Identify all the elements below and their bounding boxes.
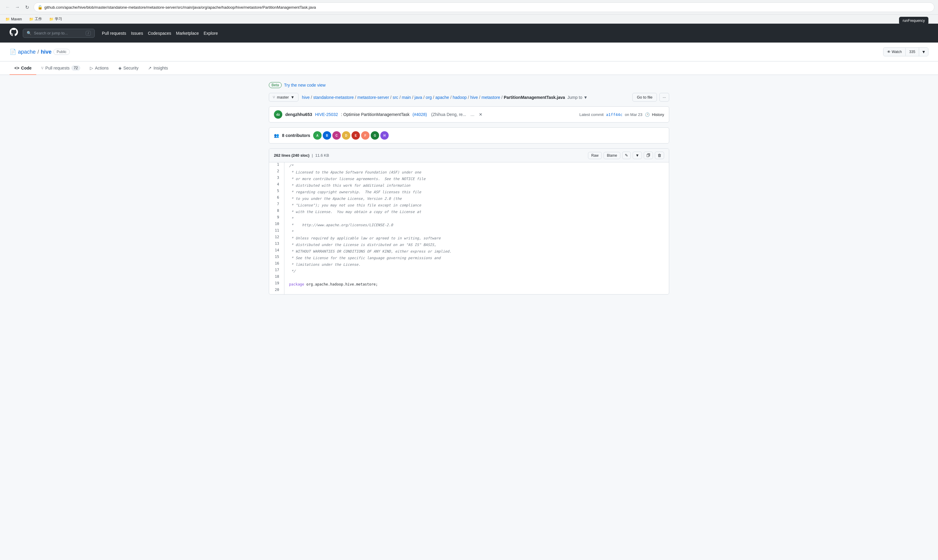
contributor-avatar-5[interactable]: E: [352, 131, 360, 140]
path-link-apache[interactable]: apache: [435, 95, 449, 100]
line-code: * with the License. You may obtain a cop…: [284, 209, 669, 215]
file-actions: Raw Blame ✎ ▼ 🗍 🗑: [588, 152, 664, 159]
commit-ellipsis[interactable]: …: [471, 112, 475, 117]
contributors-count[interactable]: 8 contributors: [282, 133, 310, 138]
search-box[interactable]: 🔍 Search or jump to... /: [23, 29, 95, 38]
line-number[interactable]: 9: [269, 215, 284, 222]
line-number[interactable]: 2: [269, 169, 284, 175]
line-number[interactable]: 8: [269, 209, 284, 215]
commit-hash[interactable]: a1ff44c: [606, 112, 623, 117]
line-number[interactable]: 3: [269, 175, 284, 182]
path-link-hive2[interactable]: hive: [470, 95, 478, 100]
repo-name[interactable]: hive: [41, 49, 52, 55]
line-number[interactable]: 11: [269, 228, 284, 235]
tab-actions[interactable]: ▷ Actions: [85, 62, 114, 75]
back-button[interactable]: ←: [4, 3, 12, 11]
line-number[interactable]: 15: [269, 255, 284, 261]
repo-icon: 📄: [9, 49, 16, 55]
commit-author[interactable]: dengzhhu653: [285, 112, 312, 117]
path-link-metastore-server[interactable]: metastore-server: [358, 95, 389, 100]
line-code: * "License"); you may not use this file …: [284, 202, 669, 209]
line-number[interactable]: 20: [269, 288, 284, 294]
line-number[interactable]: 10: [269, 222, 284, 228]
path-link-metastore[interactable]: metastore: [481, 95, 500, 100]
commit-close-icon[interactable]: ✕: [479, 112, 483, 117]
contributor-avatar-2[interactable]: B: [323, 131, 331, 140]
history-button[interactable]: History: [652, 112, 664, 117]
line-number[interactable]: 19: [269, 281, 284, 288]
nav-issues[interactable]: Issues: [131, 31, 143, 35]
contributor-avatar-7[interactable]: G: [371, 131, 379, 140]
tab-pull-requests[interactable]: ⑂ Pull requests 72: [36, 62, 85, 75]
raw-button[interactable]: Raw: [588, 152, 602, 159]
line-number[interactable]: 17: [269, 268, 284, 274]
jump-to-text: Jump to: [567, 95, 582, 100]
line-number[interactable]: 18: [269, 274, 284, 281]
table-row: 10 * http://www.apache.org/licenses/LICE…: [269, 222, 669, 228]
contributor-avatar-3[interactable]: C: [332, 131, 341, 140]
nav-explore[interactable]: Explore: [204, 31, 218, 35]
nav-marketplace[interactable]: Marketplace: [176, 31, 199, 35]
bookmark-work[interactable]: 📁 工作: [27, 16, 44, 22]
branch-selector[interactable]: ⑂ master ▼: [269, 93, 298, 102]
path-link-org[interactable]: org: [426, 95, 432, 100]
jump-to-link[interactable]: Jump to ▼: [567, 95, 588, 100]
nav-pull-requests[interactable]: Pull requests: [102, 31, 126, 35]
contributor-avatar-1[interactable]: A: [313, 131, 321, 140]
dropdown-button[interactable]: ▼: [633, 152, 642, 159]
line-number[interactable]: 6: [269, 195, 284, 202]
contributor-avatar-6[interactable]: F: [361, 131, 369, 140]
lock-icon: 🔒: [37, 5, 43, 9]
folder-icon: 📁: [5, 17, 10, 21]
commit-pr-link[interactable]: (#4028): [413, 112, 427, 117]
go-to-file-button[interactable]: Go to file: [632, 93, 657, 102]
bookmark-study[interactable]: 📁 学习: [47, 16, 64, 22]
watch-count[interactable]: 335: [906, 48, 919, 56]
line-number[interactable]: 12: [269, 235, 284, 242]
blame-button[interactable]: Blame: [604, 152, 620, 159]
forward-button[interactable]: →: [13, 3, 22, 11]
watch-btn-main[interactable]: 👁 Watch: [883, 48, 906, 56]
edit-button[interactable]: ✎: [622, 152, 631, 159]
line-number[interactable]: 7: [269, 202, 284, 209]
tab-security[interactable]: ◈ Security: [114, 62, 143, 75]
copy-button[interactable]: 🗍: [644, 152, 653, 159]
line-number[interactable]: 13: [269, 242, 284, 248]
commit-link[interactable]: HIVE-25032: [315, 112, 338, 117]
table-row: 3 * or more contributor license agreemen…: [269, 175, 669, 182]
code-block: 1/*2 * Licensed to the Apache Software F…: [269, 162, 669, 294]
path-link-java[interactable]: java: [414, 95, 422, 100]
more-options-button[interactable]: ···: [659, 93, 669, 102]
contributor-avatar-8[interactable]: H: [380, 131, 389, 140]
table-row: 12 * Unless required by applicable law o…: [269, 235, 669, 242]
path-link-src[interactable]: src: [392, 95, 398, 100]
path-link-hive[interactable]: hive: [302, 95, 310, 100]
line-number[interactable]: 14: [269, 248, 284, 255]
nav-codespaces[interactable]: Codespaces: [148, 31, 171, 35]
browser-chrome: ← → ↻ 🔒 github.com/apache/hive/blob/mast…: [0, 0, 938, 15]
line-number[interactable]: 5: [269, 189, 284, 195]
contributor-avatar-4[interactable]: D: [342, 131, 350, 140]
line-code: * WITHOUT WARRANTIES OR CONDITIONS OF AN…: [284, 248, 669, 255]
table-row: 8 * with the License. You may obtain a c…: [269, 209, 669, 215]
reload-button[interactable]: ↻: [23, 3, 31, 11]
beta-link[interactable]: Try the new code view: [284, 83, 326, 88]
bookmark-maven[interactable]: 📁 Maven: [4, 17, 24, 22]
line-number[interactable]: 16: [269, 261, 284, 268]
github-logo[interactable]: [9, 28, 18, 38]
beta-badge: Beta: [269, 82, 282, 88]
line-number[interactable]: 1: [269, 162, 284, 169]
line-number[interactable]: 4: [269, 182, 284, 189]
tab-code[interactable]: <> Code: [9, 62, 36, 75]
tab-insights[interactable]: ↗ Insights: [143, 62, 172, 75]
table-row: 4 * distributed with this work for addit…: [269, 182, 669, 189]
watch-dropdown-chevron[interactable]: ▼: [919, 48, 928, 56]
path-link-hadoop[interactable]: hadoop: [453, 95, 467, 100]
address-bar[interactable]: 🔒 github.com/apache/hive/blob/master/sta…: [34, 2, 934, 12]
eye-icon: 👁: [887, 50, 891, 54]
watch-button[interactable]: 👁 Watch 335 ▼: [883, 47, 929, 56]
repo-owner[interactable]: apache: [18, 49, 36, 55]
path-link-main[interactable]: main: [402, 95, 411, 100]
path-link-standalone[interactable]: standalone-metastore: [313, 95, 354, 100]
delete-button[interactable]: 🗑: [655, 152, 664, 159]
